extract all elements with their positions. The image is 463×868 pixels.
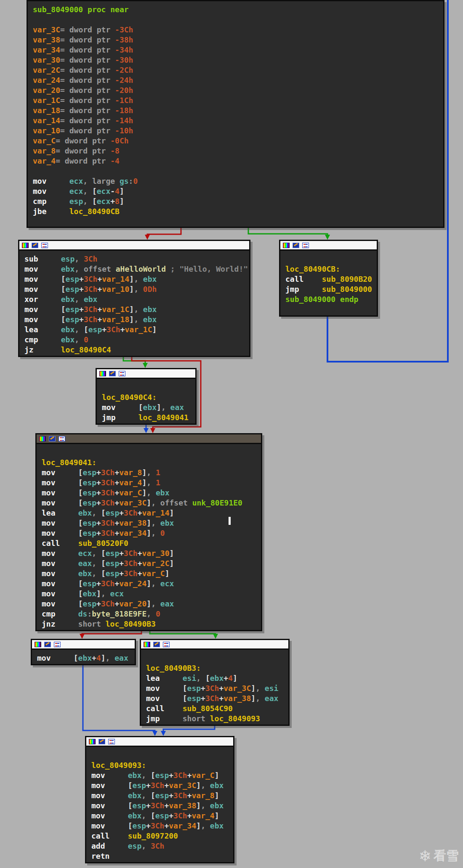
asm-line[interactable]: loc_8049093: [91,760,233,770]
asm-line[interactable]: loc_8049041: [42,458,261,468]
asm-line[interactable]: mov [esp+3Ch+var_8], 1 [42,468,261,478]
asm-line[interactable]: jbe loc_80490CB [33,206,443,217]
asm-line[interactable]: mov ebx, [esp+3Ch+var_4] [91,811,233,821]
asm-line[interactable]: mov ecx, [ecx-4] [33,186,443,196]
asm-line[interactable]: mov ebx, offset aHelloWorld ; "Hello, Wo… [24,264,249,274]
asm-line[interactable]: mov [esp+3Ch+var_38], eax [146,693,288,704]
asm-line[interactable]: mov [esp+3Ch+var_C], ebx [42,488,261,498]
node-color-icon[interactable] [144,642,150,647]
asm-line[interactable] [42,447,261,458]
asm-line[interactable] [285,254,377,264]
asm-line[interactable]: sub_8049000 endp [285,294,377,304]
asm-line[interactable]: mov [esp+3Ch+var_20], eax [42,599,261,609]
asm-line[interactable]: var_24= dword ptr -24h [33,75,443,85]
asm-line[interactable]: var_C= dword ptr -0Ch [33,136,443,146]
node-color-icon[interactable] [39,436,46,442]
asm-line[interactable]: mov ebx, [esp+3Ch+var_C] [91,770,233,781]
asm-line[interactable]: jmp sub_8049000 [285,284,377,294]
asm-line[interactable]: var_10= dword ptr -10h [33,126,443,136]
asm-line[interactable]: cmp ds:byte_818E9FE, 0 [42,609,261,619]
node-loc_8049093[interactable]: loc_8049093:mov ebx, [esp+3Ch+var_C]mov … [85,736,234,863]
node-color-icon[interactable] [283,243,290,248]
asm-line[interactable] [102,382,195,392]
asm-line[interactable]: mov [esp+3Ch+var_24], ecx [42,579,261,589]
edit-node-icon[interactable] [109,371,116,376]
node-title-bar[interactable] [280,241,377,251]
edit-node-icon[interactable] [44,642,51,647]
node-sub_8049000-entry[interactable]: sub_8049000 proc near var_3C= dword ptr … [27,0,444,228]
asm-line[interactable]: lea ebx, [esp+3Ch+var_1C] [24,325,249,335]
asm-line[interactable]: lea esi, [ebx+4] [146,673,288,683]
edit-node-icon[interactable] [32,243,38,248]
asm-line[interactable]: mov [ebx], eax [102,402,195,413]
node-color-icon[interactable] [35,642,41,647]
asm-line[interactable]: var_20= dword ptr -20h [33,85,443,95]
asm-line[interactable]: mov [esp+3Ch+var_1C], ebx [24,304,249,315]
node-hello-world-setup[interactable]: sub esp, 3Chmov ebx, offset aHelloWorld … [18,240,250,357]
asm-line[interactable]: mov [esp+3Ch+var_3C], offset unk_80E91E0 [42,498,261,508]
node-title-bar[interactable] [37,434,261,444]
asm-line[interactable]: var_8= dword ptr -8 [33,146,443,156]
asm-line[interactable]: mov [esp+3Ch+var_3C], ebx [91,781,233,791]
asm-line[interactable]: mov [esp+3Ch+var_38], ebx [91,801,233,811]
group-nodes-icon[interactable] [119,371,125,376]
node-title-bar[interactable] [97,369,195,379]
node-loc_8049041[interactable]: loc_8049041:mov [esp+3Ch+var_8], 1mov [e… [35,433,262,631]
asm-line[interactable]: var_34= dword ptr -34h [33,45,443,55]
asm-line[interactable]: var_18= dword ptr -18h [33,106,443,116]
asm-line[interactable]: mov eax, [esp+3Ch+var_2C] [42,558,261,569]
asm-line[interactable]: call sub_8097200 [91,831,233,841]
node-color-icon[interactable] [99,371,106,376]
asm-line[interactable]: jz loc_80490C4 [24,345,249,355]
asm-line[interactable]: var_38= dword ptr -38h [33,35,443,45]
asm-line[interactable]: mov [esp+3Ch+var_14], ebx [24,274,249,284]
asm-line[interactable]: var_3C= dword ptr -3Ch [33,25,443,35]
asm-line[interactable]: jnz short loc_80490B3 [42,619,261,629]
asm-line[interactable] [33,166,443,176]
asm-line[interactable]: cmp esp, [ecx+8] [33,196,443,206]
node-loc_80490B3[interactable]: loc_80490B3:lea esi, [ebx+4]mov [esp+3Ch… [140,639,290,726]
node-title-bar[interactable] [86,737,233,747]
asm-line[interactable]: jmp loc_8049041 [102,413,195,423]
asm-line[interactable]: loc_80490CB: [285,264,377,274]
group-nodes-icon[interactable] [41,243,48,248]
asm-line[interactable]: mov ebx, [esp+3Ch+var_8] [91,791,233,801]
group-nodes-icon[interactable] [59,436,65,442]
asm-line[interactable]: mov [esp+3Ch+var_4], 1 [42,478,261,488]
asm-line[interactable]: sub esp, 3Ch [24,254,249,264]
node-title-bar[interactable] [32,640,135,650]
asm-line[interactable]: mov ecx, large gs:0 [33,176,443,186]
asm-line[interactable] [91,750,233,760]
group-nodes-icon[interactable] [302,243,309,248]
asm-line[interactable]: mov [esp+3Ch+var_34], ebx [91,821,233,831]
asm-line[interactable]: var_30= dword ptr -30h [33,55,443,65]
asm-line[interactable]: mov [ebx+4], eax [37,653,135,663]
asm-line[interactable]: mov ecx, [esp+3Ch+var_30] [42,548,261,558]
asm-line[interactable]: sub_8049000 proc near [33,5,443,15]
node-title-bar[interactable] [19,241,249,251]
edit-node-icon[interactable] [293,243,299,248]
asm-line[interactable]: call sub_8090B20 [285,274,377,284]
node-color-icon[interactable] [22,243,29,248]
asm-line[interactable] [33,15,443,25]
asm-line[interactable]: mov [esp+3Ch+var_38], ebx [42,518,261,528]
node-loc_80490CB[interactable]: loc_80490CB:call sub_8090B20jmp sub_8049… [279,240,378,317]
group-nodes-icon[interactable] [108,739,115,744]
node-color-icon[interactable] [89,739,96,744]
asm-line[interactable]: var_14= dword ptr -14h [33,116,443,126]
edit-node-icon[interactable] [153,642,160,647]
asm-line[interactable]: call sub_80520F0 [42,538,261,548]
asm-line[interactable]: mov ebx, [esp+3Ch+var_C] [42,569,261,579]
asm-line[interactable]: cmp ebx, 0 [24,335,249,345]
asm-line[interactable]: call sub_8054C90 [146,704,288,714]
group-nodes-icon[interactable] [54,642,61,647]
asm-line[interactable]: lea ebx, [esp+3Ch+var_14] [42,508,261,518]
asm-line[interactable]: loc_80490C4: [102,392,195,402]
asm-line[interactable] [146,653,288,663]
asm-line[interactable]: var_2C= dword ptr -2Ch [33,65,443,75]
asm-line[interactable]: add esp, 3Ch [91,841,233,851]
node-loc_80490C4[interactable]: loc_80490C4:mov [ebx], eaxjmp loc_804904… [96,368,197,425]
asm-line[interactable]: retn [91,851,233,861]
edit-node-icon[interactable] [98,739,105,744]
asm-line[interactable]: mov [esp+3Ch+var_34], 0 [42,528,261,538]
